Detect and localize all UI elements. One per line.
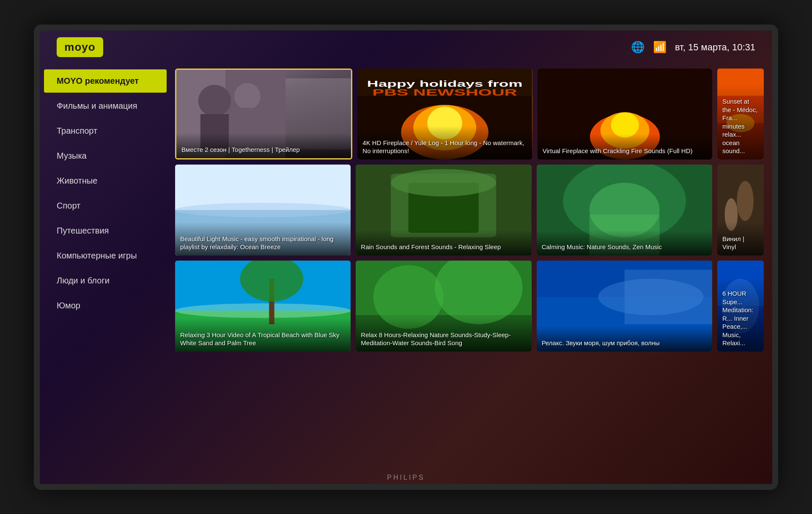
video-card-fireplace-virtual[interactable]: Virtual Fireplace with Crackling Fire So…: [538, 69, 712, 159]
svg-point-2: [198, 85, 231, 116]
video-title-calming-music: Calming Music: Nature Sounds, Zen Music: [542, 243, 707, 251]
content-grid: Вместе 2 сезон | Togetherness | Трейлер: [171, 64, 772, 471]
video-overlay-light-music: Beautiful Light Music - easy smooth insp…: [175, 222, 351, 256]
main-content: MOYO рекомендует Фильмы и анимация Транс…: [40, 64, 772, 471]
video-card-vinyl[interactable]: Винил | Vinyl: [717, 165, 764, 256]
video-title-sunset: Sunset at the - Médoc, Fra... minutes re…: [722, 97, 759, 155]
svg-point-47: [598, 279, 703, 315]
video-card-calming-music[interactable]: Calming Music: Nature Sounds, Zen Music: [537, 165, 712, 256]
svg-point-4: [234, 83, 261, 110]
sidebar: MOYO рекомендует Фильмы и анимация Транс…: [40, 64, 171, 471]
svg-point-16: [611, 112, 639, 137]
sidebar-item-transport[interactable]: Транспорт: [44, 119, 167, 143]
svg-point-37: [175, 303, 351, 318]
bottom-bar: PHILIPS: [40, 471, 772, 484]
video-title-fireplace4k: 4K HD Fireplace / Yule Log - 1 Hour long…: [362, 139, 527, 155]
video-card-light-music[interactable]: Beautiful Light Music - easy smooth insp…: [175, 165, 351, 256]
video-overlay-sunset: Sunset at the - Médoc, Fra... minutes re…: [717, 85, 764, 159]
svg-text:PBS NEWSHOUR: PBS NEWSHOUR: [373, 87, 517, 97]
video-title-sea-sounds: Релакс. Звуки моря, шум прибоя, волны: [542, 339, 707, 347]
top-bar: moyo 🌐 📶 вт, 15 марта, 10:31: [40, 30, 772, 64]
sidebar-item-people[interactable]: Люди и блоги: [44, 269, 167, 292]
sidebar-item-music[interactable]: Музыка: [44, 144, 167, 168]
video-overlay-together: Вместе 2 сезон | Togetherness | Трейлер: [176, 133, 351, 158]
svg-point-31: [589, 183, 659, 237]
video-card-sunset[interactable]: Sunset at the - Médoc, Fra... minutes re…: [717, 69, 764, 159]
video-title-light-music: Beautiful Light Music - easy smooth insp…: [180, 235, 346, 251]
tv-screen: moyo 🌐 📶 вт, 15 марта, 10:31 MOYO рекоме…: [40, 30, 772, 484]
tv-frame: moyo 🌐 📶 вт, 15 марта, 10:31 MOYO рекоме…: [34, 25, 778, 490]
sidebar-item-travel[interactable]: Путешествия: [44, 219, 167, 242]
video-overlay-beach: Relaxing 3 Hour Video of A Tropical Beac…: [175, 318, 351, 352]
sidebar-item-games[interactable]: Компьютерные игры: [44, 244, 167, 267]
video-overlay-rain-sounds: Rain Sounds and Forest Sounds - Relaxing…: [356, 230, 531, 256]
top-right-bar: 🌐 📶 вт, 15 марта, 10:31: [631, 41, 755, 54]
sidebar-item-recommended[interactable]: MOYO рекомендует: [44, 69, 167, 93]
sidebar-item-sport[interactable]: Спорт: [44, 194, 167, 217]
video-title-beach: Relaxing 3 Hour Video of A Tropical Beac…: [180, 331, 346, 347]
datetime: вт, 15 марта, 10:31: [675, 42, 755, 53]
svg-point-23: [175, 203, 351, 217]
video-title-vinyl: Винил | Vinyl: [722, 235, 759, 251]
svg-point-27: [391, 169, 496, 196]
video-card-together[interactable]: Вместе 2 сезон | Togetherness | Трейлер: [175, 69, 352, 159]
video-card-sea-sounds[interactable]: Релакс. Звуки моря, шум прибоя, волны: [537, 261, 712, 352]
video-title-together: Вместе 2 сезон | Togetherness | Трейлер: [181, 146, 346, 154]
video-card-relax8[interactable]: Relax 8 Hours-Relaxing Nature Sounds-Stu…: [356, 261, 531, 352]
video-title-rain-sounds: Rain Sounds and Forest Sounds - Relaxing…: [361, 243, 526, 251]
video-overlay-fireplace4k: 4K HD Fireplace / Yule Log - 1 Hour long…: [357, 126, 532, 159]
video-card-meditation6[interactable]: 6 HOUR Supe... Meditation: R... Inner Pe…: [717, 261, 764, 352]
video-overlay-vinyl: Винил | Vinyl: [717, 222, 764, 256]
grid-row-1: Вместе 2 сезон | Togetherness | Трейлер: [175, 69, 764, 159]
svg-text:Happy holidays from: Happy holidays from: [367, 79, 523, 88]
svg-point-33: [737, 181, 754, 221]
sidebar-item-animals[interactable]: Животные: [44, 169, 167, 192]
logo: moyo: [57, 37, 103, 57]
philips-brand: PHILIPS: [387, 474, 425, 481]
video-overlay-calming-music: Calming Music: Nature Sounds, Zen Music: [537, 230, 712, 256]
sidebar-item-humor[interactable]: Юмор: [44, 294, 167, 317]
video-title-relax8: Relax 8 Hours-Relaxing Nature Sounds-Stu…: [361, 331, 526, 347]
video-title-fireplace-virtual: Virtual Fireplace with Crackling Fire So…: [543, 147, 707, 155]
grid-row-3: Relaxing 3 Hour Video of A Tropical Beac…: [175, 261, 764, 352]
video-card-fireplace4k[interactable]: Happy holidays from PBS NEWSHOUR 4K HD F…: [357, 69, 532, 159]
video-card-beach[interactable]: Relaxing 3 Hour Video of A Tropical Beac…: [175, 261, 351, 352]
wifi-icon: 📶: [653, 41, 667, 54]
logo-text: moyo: [64, 41, 95, 54]
video-overlay-sea-sounds: Релакс. Звуки моря, шум прибоя, волны: [537, 326, 712, 352]
video-card-rain-sounds[interactable]: Rain Sounds and Forest Sounds - Relaxing…: [356, 165, 531, 256]
globe-icon: 🌐: [631, 41, 645, 54]
video-overlay-relax8: Relax 8 Hours-Relaxing Nature Sounds-Stu…: [356, 318, 531, 352]
sidebar-item-films[interactable]: Фильмы и анимация: [44, 94, 167, 118]
video-title-meditation6: 6 HOUR Supe... Meditation: R... Inner Pe…: [722, 289, 759, 347]
video-overlay-fireplace-virtual: Virtual Fireplace with Crackling Fire So…: [538, 134, 712, 159]
grid-row-2: Beautiful Light Music - easy smooth insp…: [175, 165, 764, 256]
video-overlay-meditation6: 6 HOUR Supe... Meditation: R... Inner Pe…: [717, 277, 764, 352]
